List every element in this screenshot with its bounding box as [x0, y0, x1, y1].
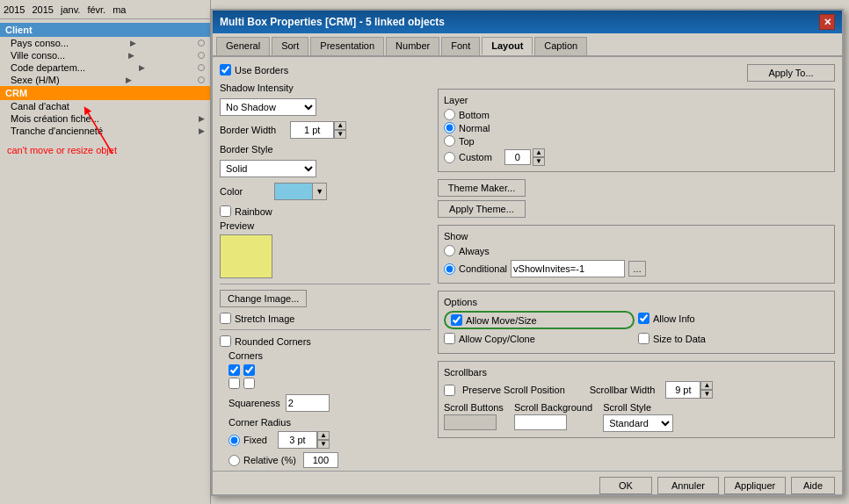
crm-header: CRM: [0, 86, 210, 100]
corner-br-checkbox[interactable]: [243, 378, 255, 389]
border-width-input[interactable]: [290, 121, 334, 139]
layer-bottom-label: Bottom: [459, 110, 490, 120]
scrollbar-width-arrows: ▲ ▼: [700, 381, 713, 399]
shadow-intensity-select[interactable]: No Shadow LightMediumHeavy: [220, 98, 316, 116]
apply-theme-button[interactable]: Apply Theme...: [438, 200, 526, 218]
stretch-image-checkbox[interactable]: [220, 313, 231, 324]
year1: 2015: [4, 4, 25, 15]
scrollbar-width-down[interactable]: ▼: [700, 390, 713, 399]
relative-radio[interactable]: [229, 455, 240, 466]
layer-custom-radio[interactable]: [444, 152, 455, 163]
tab-font[interactable]: Font: [441, 37, 480, 55]
apply-button[interactable]: Appliquer: [724, 477, 786, 494]
tab-general[interactable]: General: [216, 37, 270, 55]
help-button[interactable]: Aide: [791, 477, 835, 494]
size-to-data-checkbox[interactable]: [638, 333, 649, 344]
allow-move-size-checkbox[interactable]: [451, 314, 462, 326]
radius-up[interactable]: ▲: [317, 431, 330, 440]
scroll-style-section: Scroll Style StandardFlat3D: [603, 402, 673, 432]
options-box: Options Allow Move/Size Allow Info Allow…: [438, 291, 835, 354]
theme-maker-button[interactable]: Theme Maker...: [438, 179, 526, 197]
layer-custom-row: Custom ▲ ▼: [444, 148, 829, 166]
use-borders-checkbox[interactable]: [220, 64, 231, 76]
apply-to-button[interactable]: Apply To...: [747, 64, 835, 82]
layer-custom-input[interactable]: [504, 149, 531, 165]
preview-section: Preview: [220, 220, 431, 278]
allow-copy-clone-row: Allow Copy/Clone: [444, 333, 635, 344]
options-grid: Allow Move/Size Allow Info Allow Copy/Cl…: [444, 311, 829, 348]
preserve-scroll-checkbox[interactable]: [444, 385, 455, 396]
squareness-input[interactable]: [286, 394, 330, 412]
rainbow-checkbox[interactable]: [220, 205, 231, 217]
dialog-title: Multi Box Properties [CRM] - 5 linked ob…: [220, 16, 445, 28]
list-item[interactable]: Code departem... ▶: [0, 61, 210, 74]
corners-row1: [229, 364, 431, 376]
scrollbars-box: Scrollbars Preserve Scroll Position Scro…: [438, 361, 835, 438]
cancel-button[interactable]: Annuler: [657, 477, 719, 494]
fixed-radio[interactable]: [229, 435, 240, 446]
month1: janv.: [61, 4, 80, 15]
theme-buttons: Theme Maker... Apply Theme...: [438, 179, 835, 218]
squareness-row: Squareness: [229, 394, 431, 412]
layer-top-radio[interactable]: [444, 135, 455, 147]
layer-bottom-radio[interactable]: [444, 109, 455, 120]
tab-presentation[interactable]: Presentation: [310, 37, 384, 55]
show-always-row: Always: [444, 245, 829, 256]
radius-percent-input[interactable]: [303, 452, 338, 468]
arrow-icon: ▶: [130, 39, 136, 47]
list-item[interactable]: Sexe (H/M) ▶: [0, 74, 210, 86]
radius-input[interactable]: [278, 431, 317, 449]
fixed-label: Fixed: [243, 435, 267, 445]
rounded-corners-row: Rounded Corners: [220, 335, 431, 347]
border-width-up[interactable]: ▲: [334, 121, 346, 130]
squareness-label: Squareness: [229, 398, 280, 408]
scroll-buttons-preview: [444, 414, 497, 430]
corner-bl-checkbox[interactable]: [229, 378, 240, 389]
show-always-label: Always: [459, 246, 490, 256]
close-button[interactable]: ✕: [819, 14, 835, 30]
rounded-corners-checkbox[interactable]: [220, 335, 231, 347]
corner-tl-checkbox[interactable]: [229, 364, 240, 376]
show-always-radio[interactable]: [444, 245, 455, 256]
ok-button[interactable]: OK: [599, 477, 652, 494]
conditional-browse-button[interactable]: …: [628, 261, 646, 277]
border-style-label: Border Style: [220, 144, 299, 155]
border-width-down[interactable]: ▼: [334, 130, 346, 139]
preserve-scroll-label: Preserve Scroll Position: [462, 385, 565, 395]
relative-radio-row: Relative (%): [229, 452, 431, 468]
fixed-radio-row: Fixed ▲ ▼: [229, 431, 431, 449]
conditional-input[interactable]: [511, 260, 625, 277]
border-style-select[interactable]: SolidDashedDotted: [220, 160, 316, 177]
layer-normal-radio[interactable]: [444, 122, 455, 133]
tab-sort[interactable]: Sort: [272, 37, 308, 55]
scroll-buttons-label: Scroll Buttons: [444, 402, 504, 413]
corner-radius-label: Corner Radius: [229, 417, 431, 428]
layer-label: Layer: [444, 95, 829, 105]
color-picker[interactable]: ▼: [274, 183, 327, 200]
radius-down[interactable]: ▼: [317, 440, 330, 449]
apply-to-row: Apply To...: [438, 64, 835, 82]
list-item[interactable]: Pays conso... ▶: [0, 37, 210, 49]
shadow-intensity-label: Shadow Intensity: [220, 83, 299, 93]
tab-caption[interactable]: Caption: [534, 37, 587, 55]
layer-custom-up[interactable]: ▲: [533, 148, 545, 157]
year2: 2015: [32, 4, 53, 15]
color-picker-btn[interactable]: ▼: [312, 184, 326, 199]
corners-label: Corners: [229, 350, 431, 361]
change-image-button[interactable]: Change Image...: [220, 290, 307, 307]
color-label: Color: [220, 186, 243, 197]
layer-custom-down[interactable]: ▼: [533, 157, 545, 166]
show-conditional-radio[interactable]: [444, 263, 455, 275]
layer-top-row: Top: [444, 135, 829, 147]
scroll-style-select[interactable]: StandardFlat3D: [603, 414, 673, 432]
allow-copy-clone-checkbox[interactable]: [444, 333, 455, 344]
rounded-corners-label: Rounded Corners: [235, 336, 311, 347]
scrollbar-width-up[interactable]: ▲: [700, 381, 713, 390]
separator2: [220, 329, 431, 330]
list-item[interactable]: Ville conso... ▶: [0, 49, 210, 61]
allow-info-checkbox[interactable]: [638, 313, 649, 324]
scrollbar-width-input[interactable]: [665, 381, 700, 399]
tab-layout[interactable]: Layout: [482, 37, 533, 55]
tab-number[interactable]: Number: [386, 37, 439, 55]
corner-tr-checkbox[interactable]: [243, 364, 255, 376]
